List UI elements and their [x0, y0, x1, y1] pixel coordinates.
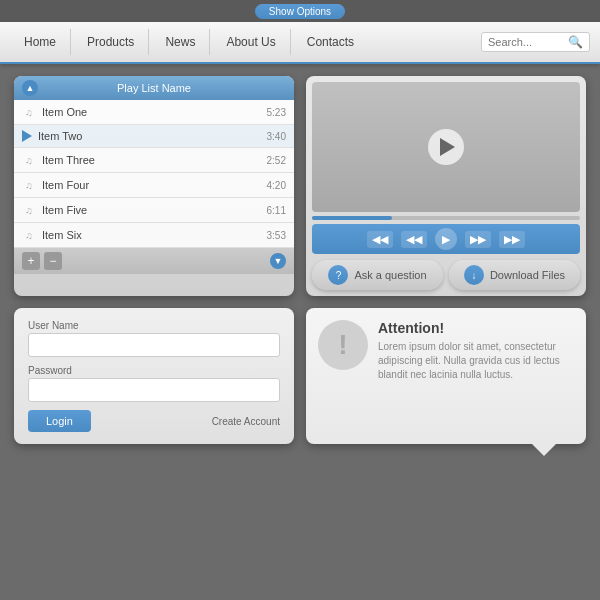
- nav-products[interactable]: Products: [73, 29, 149, 55]
- item-name: Item Five: [42, 204, 267, 216]
- login-actions: Login Create Account: [28, 410, 280, 432]
- login-button[interactable]: Login: [28, 410, 91, 432]
- playlist-item[interactable]: Item Two 3:40: [14, 125, 294, 148]
- play-icon: [22, 130, 32, 142]
- ask-question-label: Ask a question: [354, 269, 426, 281]
- play-triangle-icon: [440, 138, 455, 156]
- skip-start-button[interactable]: ◀◀: [367, 231, 393, 248]
- playlist-footer-buttons: + −: [22, 252, 62, 270]
- item-time: 6:11: [267, 205, 286, 216]
- search-box: 🔍: [481, 32, 590, 52]
- item-time: 5:23: [267, 107, 286, 118]
- playlist-item[interactable]: ♫ Item Four 4:20: [14, 173, 294, 198]
- item-time: 3:53: [267, 230, 286, 241]
- nav-contacts[interactable]: Contacts: [293, 29, 368, 55]
- remove-item-button[interactable]: −: [44, 252, 62, 270]
- username-input[interactable]: [28, 333, 280, 357]
- video-controls: ◀◀ ◀◀ ▶ ▶▶ ▶▶: [312, 224, 580, 254]
- playlist-item[interactable]: ♫ Item One 5:23: [14, 100, 294, 125]
- top-bar: Show Options: [0, 0, 600, 22]
- item-time: 3:40: [267, 131, 286, 142]
- search-icon: 🔍: [568, 35, 583, 49]
- download-files-button[interactable]: ↓ Download Files: [449, 260, 580, 290]
- item-name: Item Six: [42, 229, 267, 241]
- item-name: Item Four: [42, 179, 267, 191]
- item-name: Item Two: [38, 130, 267, 142]
- create-account-link[interactable]: Create Account: [212, 416, 280, 427]
- attention-body: Lorem ipsum dolor sit amet, consectetur …: [378, 340, 574, 382]
- nav-news[interactable]: News: [151, 29, 210, 55]
- video-widget: ◀◀ ◀◀ ▶ ▶▶ ▶▶ ? Ask a question ↓ Downloa…: [306, 76, 586, 296]
- playlist-item[interactable]: ♫ Item Three 2:52: [14, 148, 294, 173]
- video-screen[interactable]: [312, 82, 580, 212]
- playlist-footer: + − ▼: [14, 248, 294, 274]
- question-icon: ?: [328, 265, 348, 285]
- playlist-scroll-up[interactable]: ▲: [22, 80, 38, 96]
- music-icon: ♫: [22, 203, 36, 217]
- attention-title: Attention!: [378, 320, 574, 336]
- playlist-item[interactable]: ♫ Item Six 3:53: [14, 223, 294, 248]
- download-icon: ↓: [464, 265, 484, 285]
- add-item-button[interactable]: +: [22, 252, 40, 270]
- skip-end-button[interactable]: ▶▶: [499, 231, 525, 248]
- password-input[interactable]: [28, 378, 280, 402]
- item-name: Item One: [42, 106, 267, 118]
- login-widget: User Name Password Login Create Account: [14, 308, 294, 444]
- password-label: Password: [28, 365, 280, 376]
- item-time: 4:20: [267, 180, 286, 191]
- item-name: Item Three: [42, 154, 267, 166]
- playlist-widget: ▲ Play List Name ♫ Item One 5:23 Item Tw…: [14, 76, 294, 296]
- video-play-button[interactable]: [428, 129, 464, 165]
- action-buttons-row: ? Ask a question ↓ Download Files: [312, 260, 580, 290]
- download-files-label: Download Files: [490, 269, 565, 281]
- password-field: Password: [28, 365, 280, 402]
- ask-question-button[interactable]: ? Ask a question: [312, 260, 443, 290]
- main-content: ▲ Play List Name ♫ Item One 5:23 Item Tw…: [0, 64, 600, 468]
- music-icon: ♫: [22, 105, 36, 119]
- video-progress-fill: [312, 216, 392, 220]
- playlist-header: ▲ Play List Name: [14, 76, 294, 100]
- music-icon: ♫: [22, 228, 36, 242]
- item-time: 2:52: [267, 155, 286, 166]
- nav-bar: Home Products News About Us Contacts 🔍: [0, 22, 600, 64]
- playlist-items: ♫ Item One 5:23 Item Two 3:40 ♫ Item Thr…: [14, 100, 294, 248]
- music-icon: ♫: [22, 153, 36, 167]
- search-input[interactable]: [488, 36, 568, 48]
- playlist-title: Play List Name: [117, 82, 191, 94]
- playlist-scroll-down[interactable]: ▼: [270, 253, 286, 269]
- username-label: User Name: [28, 320, 280, 331]
- attention-widget: ! Attention! Lorem ipsum dolor sit amet,…: [306, 308, 586, 444]
- username-field: User Name: [28, 320, 280, 357]
- video-progress-bar[interactable]: [312, 216, 580, 220]
- nav-about[interactable]: About Us: [212, 29, 290, 55]
- playlist-item[interactable]: ♫ Item Five 6:11: [14, 198, 294, 223]
- music-icon: ♫: [22, 178, 36, 192]
- play-pause-button[interactable]: ▶: [435, 228, 457, 250]
- attention-text: Attention! Lorem ipsum dolor sit amet, c…: [378, 320, 574, 382]
- attention-icon: !: [318, 320, 368, 370]
- rewind-button[interactable]: ◀◀: [401, 231, 427, 248]
- nav-items: Home Products News About Us Contacts: [10, 29, 481, 55]
- fast-forward-button[interactable]: ▶▶: [465, 231, 491, 248]
- nav-home[interactable]: Home: [10, 29, 71, 55]
- show-options-button[interactable]: Show Options: [255, 4, 345, 19]
